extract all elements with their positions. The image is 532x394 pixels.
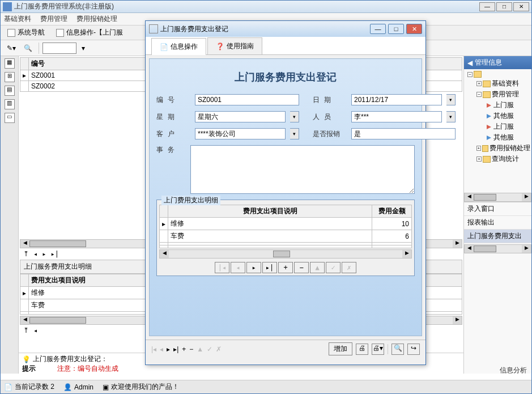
chevron-down-icon[interactable]: ▾	[290, 128, 299, 139]
collapse-icon[interactable]: −	[476, 92, 482, 97]
reimb-field[interactable]	[351, 128, 456, 139]
chevron-down-icon[interactable]: ▾	[446, 111, 456, 122]
nav-prev-icon[interactable]: ◂	[33, 327, 37, 334]
menu-reimb[interactable]: 费用报销处理	[76, 14, 117, 24]
zoom-icon[interactable]: 🔍	[391, 344, 404, 355]
nav-next-icon[interactable]: ▸	[42, 250, 46, 258]
nav-prev-icon[interactable]: ◂	[231, 262, 245, 273]
tree-stats[interactable]: +查询统计	[465, 154, 530, 164]
tree-root[interactable]: −	[465, 70, 530, 78]
print-icon[interactable]: 🖨	[356, 344, 368, 355]
detail-hscroll[interactable]: ◀▶	[159, 249, 412, 259]
add-button[interactable]: 增加	[329, 342, 352, 355]
confirm-icon[interactable]: ✓	[326, 262, 341, 273]
close-button[interactable]: ✕	[513, 2, 529, 11]
dialog-minimize-button[interactable]: —	[370, 24, 386, 34]
main-titlebar: 上门服务费用管理系统(非注册版) — □ ✕	[1, 1, 531, 13]
table-row[interactable]: ▸维修10	[160, 218, 412, 230]
edit-icon[interactable]: ▲	[197, 345, 203, 353]
date-field[interactable]	[351, 94, 442, 105]
left-strip: ▦ ⊞ ▤ ▥ ▭	[1, 56, 19, 374]
menu-fee[interactable]: 费用管理	[40, 14, 67, 24]
cust-field[interactable]	[195, 128, 286, 139]
hint-line2: 注意：编号自动生成	[38, 364, 118, 374]
table-row[interactable]	[160, 245, 412, 248]
detail-table[interactable]: 费用支出项目说明 费用金额 ▸维修10 车费6	[159, 205, 412, 248]
add-icon[interactable]: +	[182, 345, 186, 353]
edit-icon[interactable]: ▲	[310, 262, 325, 273]
maximize-button[interactable]: □	[496, 2, 512, 11]
action-selected[interactable]: 上门服务费用支出	[464, 230, 531, 243]
tree-leaf[interactable]: 其他服	[465, 132, 530, 143]
chevron-down-icon[interactable]: ▾	[290, 111, 299, 122]
toolbar-combo[interactable]	[42, 43, 76, 54]
exit-icon[interactable]: ↪	[407, 344, 420, 355]
tree-basic[interactable]: +基础资料	[465, 78, 530, 89]
action-report[interactable]: 报表输出	[464, 216, 531, 230]
person-field[interactable]	[351, 111, 442, 122]
nav-last-icon[interactable]: ▸|	[262, 262, 277, 273]
delete-icon[interactable]: −	[189, 345, 193, 353]
tree-leaf[interactable]: 上门服	[465, 100, 530, 111]
search-icon[interactable]: 🔍	[21, 43, 35, 54]
chevron-down-icon[interactable]: ▾	[446, 94, 456, 105]
week-field[interactable]	[195, 111, 286, 122]
expand-icon[interactable]: +	[476, 156, 482, 162]
doc-nav[interactable]: 系统导航	[4, 27, 48, 39]
nav-first-icon[interactable]: ⤒	[23, 327, 29, 334]
nav-next-icon[interactable]: ▸	[167, 345, 170, 353]
id-label: 编号	[156, 95, 190, 105]
strip-btn-5[interactable]: ▭	[5, 113, 15, 123]
confirm-icon[interactable]: ✓	[207, 345, 212, 353]
cancel-icon[interactable]: ✗	[342, 262, 356, 273]
tree-leaf[interactable]: 其他服	[465, 111, 530, 121]
cancel-icon[interactable]: ✗	[216, 345, 222, 353]
nav-prev-icon[interactable]: ◂	[33, 250, 37, 258]
detail-col-name[interactable]: 费用支出项目说明	[168, 205, 372, 218]
strip-btn-1[interactable]: ▦	[5, 58, 15, 69]
minimize-button[interactable]: —	[479, 2, 495, 11]
tab-ops[interactable]: 📄 信息操作	[151, 38, 206, 55]
id-field[interactable]	[195, 94, 299, 105]
info-analysis[interactable]: 信息分析	[500, 366, 527, 375]
nav-first-icon[interactable]: |◂	[215, 262, 229, 273]
back-icon[interactable]: ◀	[467, 59, 473, 67]
tree-reimb[interactable]: +费用报销处理	[465, 143, 530, 154]
edit-icon[interactable]: ✎▾	[4, 43, 19, 54]
dialog-close-button[interactable]: ✕	[406, 24, 422, 34]
dialog-title: 上门服务费用支出登记	[160, 24, 370, 34]
table-row[interactable]: 车费6	[160, 230, 412, 243]
strip-btn-2[interactable]: ⊞	[5, 72, 15, 82]
actions-hscroll[interactable]: ◀▶	[464, 244, 531, 253]
nav-next-icon[interactable]: ▸	[246, 262, 261, 273]
tab-guide[interactable]: ❓ 使用指南	[207, 37, 262, 54]
tree-leaf[interactable]: 上门服	[465, 121, 530, 132]
tree-fee[interactable]: −费用管理	[465, 89, 530, 100]
dialog-titlebar[interactable]: 上门服务费用支出登记 — □ ✕	[146, 21, 425, 37]
dialog-maximize-button[interactable]: □	[388, 24, 404, 34]
nav-prev-icon[interactable]: ◂	[160, 345, 163, 353]
expand-icon[interactable]: +	[476, 146, 481, 151]
tree-hscroll[interactable]: ◀▶	[464, 193, 531, 202]
row-selector-header	[20, 58, 29, 70]
add-icon[interactable]: +	[278, 262, 293, 273]
nav-first-icon[interactable]: ⤒	[23, 250, 29, 258]
expand-icon[interactable]: +	[476, 81, 482, 86]
strip-btn-3[interactable]: ▤	[5, 86, 15, 96]
strip-btn-4[interactable]: ▥	[5, 99, 15, 109]
nav-first-icon[interactable]: |◂	[151, 345, 156, 353]
menu-basic[interactable]: 基础资料	[4, 14, 31, 24]
welcome-text: 欢迎使用我们的产品！	[111, 382, 179, 392]
leaf-icon	[486, 102, 492, 109]
detail-col-amt[interactable]: 费用金额	[372, 205, 412, 218]
task-textarea[interactable]	[190, 145, 415, 194]
bulb-icon: 💡	[22, 355, 31, 363]
action-input[interactable]: 录入窗口	[464, 202, 531, 216]
dropdown-icon[interactable]: ▾	[79, 43, 88, 54]
doc-ops[interactable]: 信息操作-【上门服	[53, 27, 126, 39]
expand-icon[interactable]: −	[467, 72, 473, 77]
nav-last-icon[interactable]: ▸|	[173, 345, 178, 353]
print-preview-icon[interactable]: 🖨▾	[372, 344, 384, 355]
nav-last-icon[interactable]: ▸|	[50, 250, 58, 258]
delete-icon[interactable]: −	[294, 262, 309, 273]
